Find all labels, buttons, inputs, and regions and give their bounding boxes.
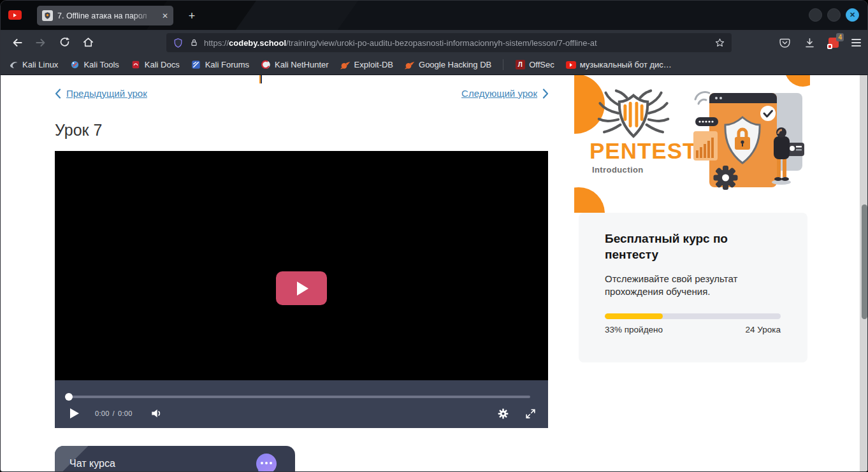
settings-gear-button[interactable] [497, 408, 509, 420]
security-illustration [690, 82, 806, 191]
page-content: Предыдущий урок Следующий урок Урок 7 0:… [1, 75, 867, 472]
bookmark-label: музыкальный бот дис… [580, 60, 672, 69]
banner-circle-decoration [574, 187, 605, 213]
youtube-icon [13, 13, 17, 17]
home-button[interactable] [79, 34, 97, 52]
new-tab-button[interactable]: + [184, 8, 199, 24]
bookmark-kali-tools[interactable]: Kali Tools [69, 60, 119, 70]
bookmark-label: Google Hacking DB [419, 60, 491, 69]
tab-title: 7. Offline атака на парол [57, 11, 157, 20]
lesson-navigation: Предыдущий урок Следующий урок [55, 88, 549, 102]
scrollbar-thumb[interactable] [862, 204, 867, 319]
course-card-description: Отслеживайте свой результат прохождения … [605, 273, 758, 298]
course-progress-card: Бесплатный курс по пентесту Отслеживайте… [579, 213, 807, 362]
reload-button[interactable] [55, 34, 73, 52]
window-controls: ✕ [809, 8, 859, 22]
banner-brand: PENTEST [590, 138, 697, 164]
pocket-icon[interactable] [779, 37, 791, 49]
url-path: /training/view/uroki-po-auditu-bezopasno… [286, 38, 597, 48]
bookmark-star-icon[interactable] [714, 38, 725, 48]
course-card-title: Бесплатный курс по пентесту [605, 231, 770, 262]
extension-badge: 4 [836, 33, 844, 41]
lock-icon[interactable] [189, 38, 199, 48]
extension-mini-icon [827, 44, 832, 49]
prev-lesson-label[interactable]: Предыдущий урок [66, 88, 147, 99]
titlebar: 7. Offline атака на парол ✕ + ✕ [1, 1, 867, 30]
tracking-protection-shield-icon[interactable] [173, 38, 184, 48]
minimize-button[interactable] [809, 8, 822, 22]
progress-percent-label: 33% пройдено [605, 325, 663, 334]
bookmark-label: Kali Tools [83, 60, 119, 69]
bookmark-google-hacking-db[interactable]: Google Hacking DB [405, 60, 491, 70]
back-arrow-icon [11, 36, 24, 49]
prev-lesson-link[interactable]: Предыдущий урок [55, 88, 147, 99]
bookmark-kali-linux[interactable]: Kali Linux [8, 60, 58, 70]
kali-docs-icon [131, 60, 141, 70]
course-progress-bar [605, 313, 781, 319]
google-hacking-db-icon [405, 60, 415, 70]
next-lesson-link[interactable]: Следующий урок [461, 88, 549, 99]
time-separator: / [113, 410, 115, 417]
big-play-button[interactable] [276, 271, 327, 305]
offsec-icon: Л [515, 60, 525, 70]
maximize-button[interactable] [827, 8, 841, 22]
toolbar-right-icons: 4 [779, 33, 861, 52]
seek-bar[interactable] [67, 396, 530, 398]
chevron-left-icon [55, 89, 61, 99]
home-icon [82, 36, 94, 48]
url-text[interactable]: https://codeby.school/training/view/urok… [204, 38, 688, 48]
forward-arrow-icon [34, 36, 47, 49]
bookmark-kali-docs[interactable]: Kali Docs [131, 60, 180, 70]
bookmark-label: OffSec [529, 60, 554, 69]
play-icon [297, 282, 308, 296]
bookmark-kali-forums[interactable]: Kali Forums [191, 60, 249, 70]
bookmarks-bar: Kali Linux Kali Tools Kali Docs Kali For… [1, 55, 867, 75]
next-lesson-label[interactable]: Следующий урок [461, 88, 537, 99]
url-domain: codeby.school [229, 38, 286, 48]
course-banner: PENTEST Introduction [574, 75, 810, 213]
menu-button[interactable] [851, 37, 861, 48]
close-button[interactable]: ✕ [846, 8, 859, 22]
fullscreen-button[interactable] [524, 408, 537, 420]
player-controls: 0:00 / 0:00 [55, 380, 548, 428]
lessons-count-label: 24 Урока [746, 325, 781, 334]
pinned-tab-youtube[interactable] [8, 10, 22, 20]
chat-title: Чат курса [69, 458, 115, 469]
chevron-right-icon [542, 89, 549, 99]
codeby-favicon-icon [42, 10, 53, 21]
extension-icon[interactable]: 4 [828, 38, 839, 48]
banner-subtitle: Introduction [592, 165, 644, 175]
downloads-icon[interactable] [804, 37, 816, 49]
kali-forums-icon [191, 60, 201, 70]
course-chat-panel[interactable]: Чат курса [55, 446, 295, 472]
tab-close-icon[interactable]: ✕ [162, 11, 168, 20]
lesson-title: Урок 7 [55, 121, 102, 139]
time-display: 0:00 / 0:00 [95, 410, 133, 417]
active-tab[interactable]: 7. Offline атака на парол ✕ [37, 6, 173, 25]
bookmark-exploit-db[interactable]: Exploit-DB [340, 60, 393, 70]
bookmark-label: Exploit-DB [354, 60, 393, 69]
volume-button[interactable] [149, 407, 163, 420]
seek-handle[interactable] [65, 393, 73, 401]
nav-buttons [8, 34, 97, 52]
page-logo-fragment [259, 75, 263, 83]
page-scrollbar[interactable] [860, 75, 867, 472]
video-player[interactable]: 0:00 / 0:00 [55, 151, 548, 428]
bookmark-offsec[interactable]: Л OffSec [515, 60, 554, 70]
url-bar[interactable]: https://codeby.school/training/view/urok… [166, 33, 732, 52]
bookmark-label: Kali Forums [205, 60, 249, 69]
bookmark-label: Kali NetHunter [275, 60, 329, 69]
bookmark-label: Kali Linux [22, 60, 58, 69]
bookmark-music-bot[interactable]: музыкальный бот дис… [566, 60, 672, 70]
back-button[interactable] [8, 34, 26, 52]
exploit-db-icon [340, 60, 351, 70]
reload-icon [59, 36, 71, 48]
pentest-spider-logo [588, 89, 679, 139]
kali-tools-icon [69, 60, 80, 70]
forward-button[interactable] [32, 34, 50, 52]
play-button[interactable] [69, 408, 80, 419]
bookmark-kali-nethunter[interactable]: Kali NetHunter [261, 60, 329, 70]
kali-linux-icon [8, 60, 18, 70]
current-time: 0:00 [95, 410, 110, 417]
chat-bubble-icon[interactable] [256, 454, 277, 472]
